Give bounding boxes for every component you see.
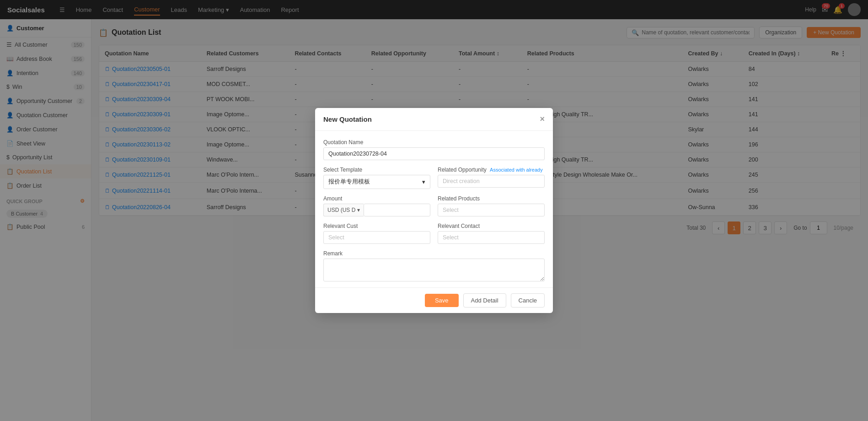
amount-field: Amount USD (US D ▾ (323, 195, 430, 216)
modal-row-4: Relevant Cust Select Relevant Contact Se… (323, 223, 545, 244)
amount-label: Amount (323, 195, 430, 202)
relevant-contact-label: Relevant Contact (438, 223, 545, 229)
new-quotation-modal: New Quotation × Quotation Name Select Te… (315, 108, 553, 313)
select-template-field: Select Template 报价单专用模板 ▾ (323, 167, 430, 189)
related-opportunity-field: Related Opportunity Associated with alre… (438, 167, 545, 189)
save-button[interactable]: Save (425, 294, 459, 307)
related-products-select[interactable]: Select (438, 204, 545, 216)
currency-chevron-icon: ▾ (357, 207, 360, 213)
select-template-dropdown[interactable]: 报价单专用模板 ▾ (323, 175, 430, 189)
remark-input[interactable] (323, 259, 545, 281)
related-products-field: Related Products Select (438, 195, 545, 216)
relevant-cust-field: Relevant Cust Select (323, 223, 430, 244)
modal-row-3: Amount USD (US D ▾ Related Products Sele… (323, 195, 545, 216)
related-opp-label: Related Opportunity Associated with alre… (438, 167, 545, 173)
relevant-contact-field: Relevant Contact Select (438, 223, 545, 244)
modal-overlay[interactable]: New Quotation × Quotation Name Select Te… (0, 0, 868, 421)
currency-value: USD (US D (327, 207, 355, 213)
add-detail-button[interactable]: Add Detail (463, 293, 506, 308)
relevant-contact-select[interactable]: Select (438, 231, 545, 244)
modal-footer: Save Add Detail Cancle (315, 287, 553, 313)
currency-selector[interactable]: USD (US D ▾ (323, 204, 364, 216)
cancel-button[interactable]: Cancle (511, 293, 545, 308)
quotation-name-field: Quotation Name (323, 139, 545, 160)
select-template-label: Select Template (323, 167, 430, 173)
relevant-cust-select[interactable]: Select (323, 231, 430, 244)
remark-label: Remark (323, 250, 545, 257)
relevant-cust-label: Relevant Cust (323, 223, 430, 229)
quotation-name-label: Quotation Name (323, 139, 545, 146)
amount-input[interactable] (364, 204, 430, 216)
modal-header: New Quotation × (315, 108, 553, 131)
select-template-value: 报价单专用模板 (328, 178, 370, 186)
modal-body: Quotation Name Select Template 报价单专用模板 ▾… (315, 131, 553, 287)
remark-row: Remark (323, 250, 545, 283)
modal-close-button[interactable]: × (540, 114, 545, 124)
modal-row-1: Quotation Name (323, 139, 545, 160)
quotation-name-input[interactable] (323, 147, 545, 160)
related-opp-value: Direct creation (438, 175, 545, 188)
associated-badge: Associated with already (490, 167, 543, 173)
related-products-label: Related Products (438, 195, 545, 202)
modal-title: New Quotation (323, 115, 372, 123)
chevron-down-icon: ▾ (422, 178, 425, 185)
modal-row-2: Select Template 报价单专用模板 ▾ Related Opport… (323, 167, 545, 189)
